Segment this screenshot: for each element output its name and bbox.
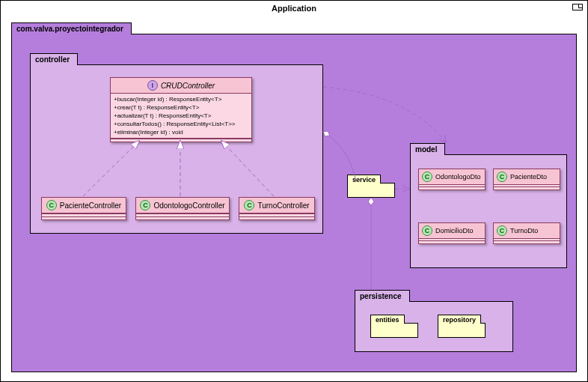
class-odontologodto: COdontologoDto: [418, 169, 486, 190]
package-service: service: [347, 183, 395, 198]
diagram-canvas: Application com.valva.proyectointegrador…: [0, 0, 588, 382]
class-turnodto: CTurnoDto: [493, 222, 560, 244]
class-turnocontroller: CTurnoController: [239, 197, 315, 220]
class-odontologocontroller: COdontologoController: [135, 197, 230, 220]
class-icon: C: [422, 172, 432, 182]
interface-name: CRUDController: [161, 82, 215, 90]
class-pacientecontroller: CPacienteController: [41, 197, 126, 220]
package-repository-tab: repository: [438, 315, 481, 324]
interface-crudcontroller: I CRUDController +buscar(Integer id) : R…: [110, 77, 252, 142]
interface-icon: I: [147, 80, 158, 91]
package-controller-tab: controller: [30, 53, 78, 65]
class-icon: C: [244, 200, 254, 210]
package-entities-tab: entities: [370, 315, 405, 324]
package-persistence: persistence entities repository: [355, 301, 513, 352]
class-icon: C: [46, 200, 57, 210]
class-icon: C: [140, 200, 150, 210]
class-pacientedto: CPacienteDto: [493, 169, 560, 190]
diagram-title: Application: [1, 4, 587, 13]
class-icon: C: [497, 225, 507, 236]
package-model: model COdontologoDto CPacienteDto CDomic…: [410, 154, 567, 268]
package-entities: entities: [370, 323, 418, 338]
package-model-tab: model: [410, 143, 445, 155]
package-root: com.valva.proyectointegrador controller …: [11, 34, 577, 372]
package-controller: controller I CRUDController +buscar(Inte…: [30, 64, 323, 234]
package-root-tab: com.valva.proyectointegrador: [11, 22, 132, 34]
interface-operations: +buscar(Integer id) : ResponseEntity<T> …: [111, 94, 251, 139]
package-service-tab: service: [347, 175, 381, 184]
class-icon: C: [422, 225, 432, 236]
package-persistence-tab: persistence: [355, 290, 410, 302]
frame-icon: [572, 4, 583, 10]
package-repository: repository: [438, 323, 486, 338]
class-domiciliodto: CDomicilioDto: [418, 222, 486, 244]
class-icon: C: [497, 172, 507, 182]
